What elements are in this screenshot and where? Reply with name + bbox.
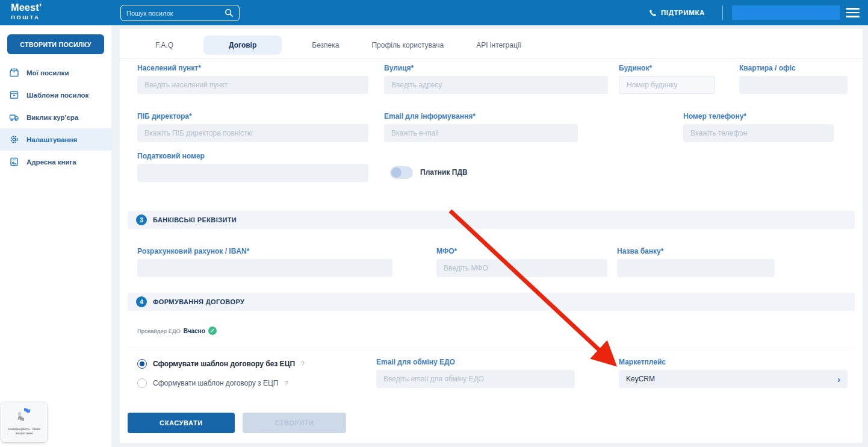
header: Meest’ ПОШТА ПІДТРИМКА xyxy=(0,0,868,25)
settings-content: F.A.Q Договір Безпека Профіль користувач… xyxy=(120,29,863,443)
mfo-input[interactable] xyxy=(436,259,607,277)
recaptcha-text: Конфіденційність - Умови використання xyxy=(1,428,47,436)
marketplace-label: Маркетплейс xyxy=(619,358,666,366)
create-button[interactable]: СТВОРИТИ xyxy=(243,413,346,433)
street-label: Вулиця* xyxy=(384,64,414,72)
meest-logo[interactable]: Meest’ ПОШТА xyxy=(11,3,42,20)
logo-text-sub: ПОШТА xyxy=(11,14,42,20)
phone-icon xyxy=(649,9,657,17)
cancel-button[interactable]: СКАСУВАТИ xyxy=(128,413,235,433)
courier-truck-icon xyxy=(9,112,19,122)
section-title: БАНКІВСЬКІ РЕКВІЗИТИ xyxy=(153,216,237,224)
bank-name-input[interactable] xyxy=(617,259,775,277)
settlement-input[interactable] xyxy=(137,76,368,94)
parcel-icon xyxy=(9,67,19,78)
sidebar-item-my-parcels[interactable]: Мої посилки xyxy=(0,61,111,84)
section-contract-formation: 4 ФОРМУВАННЯ ДОГОВОРУ xyxy=(128,293,855,311)
sidebar-item-label: Адресна книга xyxy=(26,158,76,166)
tax-number-input[interactable] xyxy=(137,164,368,182)
tab-api-integrations[interactable]: API інтеграції xyxy=(474,36,524,55)
section-number-badge: 4 xyxy=(136,296,147,307)
recaptcha-badge[interactable]: Конфіденційність - Умови використання xyxy=(1,402,47,442)
chevron-right-icon: › xyxy=(837,374,840,384)
email-info-input[interactable] xyxy=(384,124,578,142)
radio-button-icon[interactable] xyxy=(137,359,147,369)
header-divider xyxy=(722,5,723,20)
settings-tabs: F.A.Q Договір Безпека Профіль користувач… xyxy=(153,36,524,55)
phone-label: Номер телефону* xyxy=(683,112,746,120)
section-bank-details: 3 БАНКІВСЬКІ РЕКВІЗИТИ xyxy=(128,211,855,229)
section-number-badge: 3 xyxy=(136,214,147,225)
tab-contract[interactable]: Договір xyxy=(203,36,282,55)
email-edo-label: Email для обміну ЕДО xyxy=(376,358,455,366)
sidebar-item-settings[interactable]: Налаштування xyxy=(0,128,111,151)
sidebar: СТВОРИТИ ПОСИЛКУ Мої посилки Шаблони пос… xyxy=(0,25,111,447)
vat-payer-label: Платник ПДВ xyxy=(420,168,468,177)
logo-text-main: Meest’ xyxy=(11,3,42,13)
tab-security[interactable]: Безпека xyxy=(309,36,341,55)
iban-input[interactable] xyxy=(137,259,392,277)
tab-faq[interactable]: F.A.Q xyxy=(153,36,176,55)
apartment-input[interactable] xyxy=(739,76,848,94)
sidebar-item-courier-call[interactable]: Виклик кур'єра xyxy=(0,106,111,128)
email-edo-input[interactable] xyxy=(376,370,575,388)
building-label: Будинок* xyxy=(619,64,652,72)
user-account-button[interactable] xyxy=(732,5,840,20)
email-info-label: Email для інформування* xyxy=(384,112,476,120)
tab-user-profile[interactable]: Профіль користувача xyxy=(369,36,446,55)
phone-input[interactable] xyxy=(683,124,834,142)
vat-payer-toggle[interactable] xyxy=(390,166,413,179)
create-parcel-button[interactable]: СТВОРИТИ ПОСИЛКУ xyxy=(7,34,104,54)
edo-provider-line: Провайдер ЕДО Вчасно ✓ xyxy=(137,327,217,335)
edo-provider-name: Вчасно xyxy=(184,328,205,334)
mfo-label: МФО* xyxy=(436,247,457,255)
iban-label: Розрахунковий рахунок / IBAN* xyxy=(137,247,249,255)
check-circle-icon: ✓ xyxy=(208,327,217,335)
address-book-icon xyxy=(9,157,19,167)
edo-provider-prefix: Провайдер ЕДО xyxy=(137,328,181,334)
director-input[interactable] xyxy=(137,124,368,142)
radio-contract-without-ecp[interactable]: Сформувати шаблон договору без ЕЦП ? xyxy=(137,359,305,369)
bank-name-label: Назва банку* xyxy=(617,247,663,255)
marketplace-value: KeyCRM xyxy=(626,375,655,383)
help-icon[interactable]: ? xyxy=(301,361,305,367)
director-label: ПІБ директора* xyxy=(137,112,192,120)
tax-number-label: Податковий номер xyxy=(137,152,205,160)
support-button[interactable]: ПІДТРИМКА xyxy=(649,0,705,25)
apartment-label: Квартира / офіс xyxy=(739,64,796,72)
gear-icon xyxy=(9,134,19,145)
sidebar-item-parcel-templates[interactable]: Шаблони посилок xyxy=(0,84,111,106)
sidebar-item-label: Шаблони посилок xyxy=(26,92,88,99)
radio-button-icon[interactable] xyxy=(137,378,147,388)
support-label: ПІДТРИМКА xyxy=(661,9,705,16)
sidebar-menu: Мої посилки Шаблони посилок Виклик кур'є… xyxy=(0,61,111,173)
search-icon[interactable] xyxy=(225,8,234,17)
tabs-separator xyxy=(120,58,863,59)
sidebar-item-label: Мої посилки xyxy=(26,69,69,77)
building-input[interactable] xyxy=(619,76,715,94)
radio-contract-with-ecp[interactable]: Сформувати шаблон договору з ЕЦП ? xyxy=(137,378,288,388)
toggle-knob xyxy=(391,167,401,178)
sidebar-item-address-book[interactable]: Адресна книга xyxy=(0,151,111,173)
sidebar-item-label: Налаштування xyxy=(26,136,77,143)
sidebar-item-label: Виклик кур'єра xyxy=(26,114,78,121)
marketplace-select[interactable]: KeyCRM › xyxy=(619,370,848,388)
section-divider xyxy=(128,348,855,348)
parcel-search xyxy=(120,5,240,21)
recaptcha-icon xyxy=(15,405,33,424)
street-input[interactable] xyxy=(384,76,608,94)
section-title: ФОРМУВАННЯ ДОГОВОРУ xyxy=(153,298,244,305)
settlement-label: Населений пункт* xyxy=(137,64,201,72)
search-input[interactable] xyxy=(126,10,225,17)
templates-icon xyxy=(9,90,19,100)
menu-icon[interactable] xyxy=(846,8,860,20)
help-icon[interactable]: ? xyxy=(284,380,288,387)
